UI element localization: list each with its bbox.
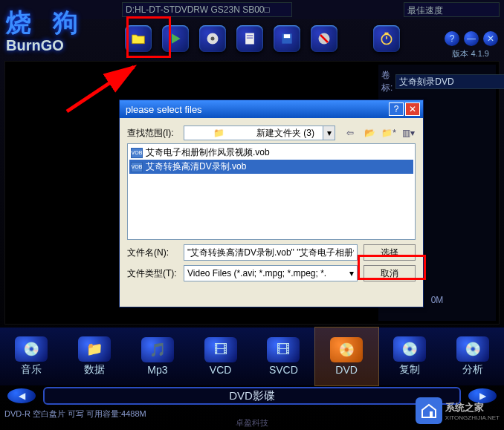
cancel-button[interactable]: 取消: [364, 265, 416, 281]
drive-select[interactable]: D:HL-DT-STDVDRW GS23N SB00□: [122, 2, 292, 17]
svg-rect-14: [430, 411, 433, 417]
tab-data[interactable]: 📁数据: [63, 328, 126, 385]
file-dialog: please select files ? ✕ 查找范围(I): 📁 新建文件夹…: [119, 100, 424, 307]
logo-en: BurnGO: [6, 37, 85, 54]
svg-point-1: [211, 37, 215, 41]
lookin-combo[interactable]: 📁 新建文件夹 (3) ▾: [184, 126, 335, 140]
dialog-title: please select files: [123, 104, 389, 115]
svg-rect-6: [284, 34, 290, 38]
dialog-titlebar[interactable]: please select files ? ✕: [120, 100, 423, 118]
data-icon: 📁: [78, 336, 111, 362]
toolbar: ? — ✕: [125, 21, 498, 56]
file-item[interactable]: VOB艾奇电子相册制作风景视频.vob: [129, 146, 413, 160]
document-button[interactable]: [236, 25, 263, 52]
svg-point-9: [381, 34, 391, 44]
tab-vcd[interactable]: 🎞VCD: [189, 328, 252, 385]
music-icon: 💿: [15, 336, 48, 362]
minimize-button[interactable]: —: [464, 31, 479, 46]
up-folder-icon[interactable]: ⇦: [343, 126, 358, 140]
save-button[interactable]: [274, 25, 300, 52]
lookin-label: 查找范围(I):: [127, 127, 184, 140]
dialog-toolbar: ⇦ 📂 📁* ▥▾: [343, 126, 416, 140]
svcd-icon: 🎞: [267, 337, 300, 362]
dialog-close-button[interactable]: ✕: [405, 102, 420, 116]
progress-title: DVD影碟: [43, 387, 461, 405]
version-label: 版本 4.1.9: [452, 48, 489, 59]
watermark: 系统之家 XITONGZHIJIA.NET: [416, 397, 500, 424]
volume-input[interactable]: [395, 74, 504, 89]
file-list[interactable]: VOB艾奇电子相册制作风景视频.vob VOB艾奇转换高清DV录制.vob: [127, 143, 416, 240]
timer-button[interactable]: [373, 25, 400, 52]
parent-folder-icon[interactable]: 📂: [362, 126, 377, 140]
erase-button[interactable]: [311, 25, 337, 52]
prev-button[interactable]: ◀: [7, 388, 36, 403]
vob-file-icon: VOB: [131, 162, 143, 172]
tab-dvd[interactable]: 📀DVD: [315, 328, 378, 385]
view-menu-icon[interactable]: ▥▾: [401, 126, 416, 140]
new-folder-icon[interactable]: 📁*: [381, 126, 396, 140]
filetype-select[interactable]: Video Files (*.avi; *.mpg; *.mpeg; *.▾: [184, 265, 358, 281]
svg-rect-11: [385, 33, 389, 35]
disc-button[interactable]: [199, 25, 226, 52]
filename-input[interactable]: [184, 244, 358, 261]
folder-icon: 📁: [184, 128, 253, 138]
svg-rect-3: [247, 35, 253, 36]
file-item[interactable]: VOB艾奇转换高清DV录制.vob: [129, 160, 413, 174]
dvd-icon: 📀: [330, 337, 363, 362]
chevron-down-icon[interactable]: ▾: [323, 126, 335, 140]
mp3-icon: 🎵: [141, 337, 174, 362]
watermark-icon: [416, 397, 442, 424]
play-button[interactable]: [162, 25, 189, 52]
volume-label: 卷标:: [381, 69, 392, 94]
select-button[interactable]: 选择: [364, 244, 416, 261]
copy-icon: 💿: [393, 336, 426, 362]
filetype-label: 文件类型(T):: [127, 267, 184, 280]
analyze-icon: 💿: [456, 336, 489, 362]
svg-rect-4: [247, 37, 253, 39]
open-folder-button[interactable]: [125, 25, 152, 52]
filename-label: 文件名(N):: [127, 247, 184, 259]
dialog-help-button[interactable]: ?: [389, 102, 404, 116]
close-app-button[interactable]: ✕: [483, 31, 498, 46]
vcd-icon: 🎞: [204, 337, 237, 362]
tab-copy[interactable]: 💿复制: [378, 328, 442, 385]
tab-svcd[interactable]: 🎞SVCD: [252, 328, 315, 385]
tab-music[interactable]: 💿音乐: [0, 328, 63, 385]
vob-file-icon: VOB: [131, 148, 143, 158]
logo: 烧 狗 BurnGO: [6, 6, 85, 54]
logo-cn: 烧 狗: [6, 8, 85, 36]
speed-select[interactable]: 最佳速度: [404, 2, 500, 17]
app-window: D:HL-DT-STDVDRW GS23N SB00□ 最佳速度 烧 狗 Bur…: [0, 0, 504, 430]
help-button[interactable]: ?: [445, 31, 459, 46]
window-controls: ? — ✕: [445, 31, 498, 46]
category-tabs: 💿音乐 📁数据 🎵Mp3 🎞VCD 🎞SVCD 📀DVD 💿复制 💿分析: [0, 328, 504, 385]
tab-analyze[interactable]: 💿分析: [441, 328, 504, 385]
tab-mp3[interactable]: 🎵Mp3: [126, 328, 190, 385]
